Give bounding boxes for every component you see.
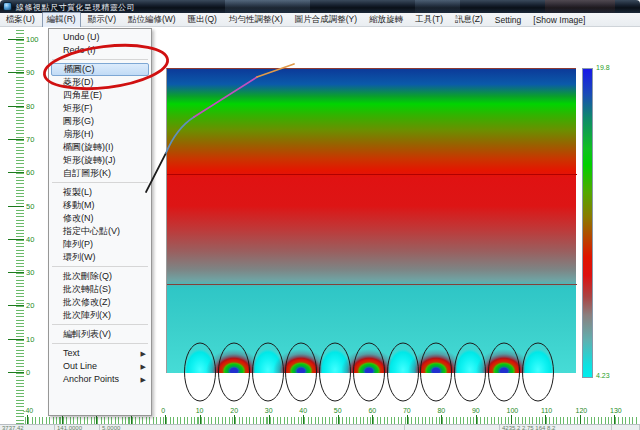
menubar-item-menu-tools[interactable]: 工具(T) (410, 12, 448, 28)
reference-line (167, 174, 577, 175)
ruler-label: 20 (230, 407, 238, 414)
ruler-major-tick (8, 372, 24, 373)
menubar-item-menu-image-compose[interactable]: 圖片合成調整(Y) (290, 12, 362, 28)
ruler-label: 70 (403, 407, 411, 414)
menubar-item-menu-edit[interactable]: 編輯(R) (42, 12, 81, 28)
submenu-arrow-icon: ▶ (141, 373, 146, 386)
menu-separator (52, 324, 148, 325)
ruler-major-tick (8, 305, 24, 306)
status-cell: 4235.2 2.75 164 8.2 (500, 425, 612, 430)
menu-item-text[interactable]: Text▶ (49, 347, 151, 360)
reference-line (167, 284, 577, 285)
ruler-label: 90 (26, 68, 34, 77)
ruler-label: 0 (26, 368, 30, 377)
titlebar-glass-highlight (545, 0, 615, 13)
ruler-major-tick (8, 172, 24, 173)
ruler-major-tick (8, 139, 24, 140)
ruler-label: 10 (26, 335, 34, 344)
menubar-item-menu-uniformity[interactable]: 均勻性調整(X) (224, 12, 288, 28)
menu-separator (52, 59, 148, 60)
ruler-label: 70 (26, 135, 34, 144)
menu-item-fan[interactable]: 扇形(H) (49, 128, 151, 141)
ruler-major-tick (8, 106, 24, 107)
menu-item-ring-array[interactable]: 環列(W) (49, 251, 151, 264)
menu-item-outline[interactable]: Out Line▶ (49, 360, 151, 373)
ruler-major-tick (8, 239, 24, 240)
app-window: 線條視點尺寸質化呈現精靈公司 檔案(U)編輯(R)顯示(V)點位編修(W)匯出(… (0, 0, 640, 430)
vertical-ruler (16, 30, 24, 425)
menu-item-ellipse-rotate[interactable]: 橢圓(旋轉)(I) (49, 141, 151, 154)
ruler-label: 110 (541, 407, 552, 414)
menubar-item-menu-setting[interactable]: Setting (490, 13, 526, 27)
menubar-item-menu-point-edit[interactable]: 點位編修(W) (123, 12, 181, 28)
status-cell: 3737.42 (0, 425, 55, 430)
menu-separator (52, 182, 148, 183)
menu-item-batch-array[interactable]: 批次陣列(X) (49, 309, 151, 322)
colorbar-max-label: 19.8 (596, 64, 610, 71)
menu-item-array[interactable]: 陣列(P) (49, 238, 151, 251)
menu-item-set-center[interactable]: 指定中心點(V) (49, 225, 151, 238)
menu-item-circle[interactable]: 圓形(G) (49, 115, 151, 128)
menu-item-rectangle[interactable]: 矩形(F) (49, 102, 151, 115)
menubar-item-menu-zoom-rotate[interactable]: 縮放旋轉 (364, 12, 408, 28)
menu-item-batch-delete[interactable]: 批次刪除(Q) (49, 270, 151, 283)
menubar-item-menu-export[interactable]: 匯出(Q) (183, 12, 222, 28)
ruler-label: 80 (26, 102, 34, 111)
menu-item-anchor-points[interactable]: Anchor Points▶ (49, 373, 151, 386)
menubar-item-menu-file[interactable]: 檔案(U) (1, 12, 40, 28)
menu-item-batch-modify[interactable]: 批次修改(Z) (49, 296, 151, 309)
ruler-label: 0 (161, 407, 165, 414)
status-bar: 3737.42141.00005.00004235.2 2.75 164 8.2 (0, 424, 640, 430)
menu-separator (52, 266, 148, 267)
ruler-label: 10 (196, 407, 204, 414)
menubar-item-menu-message[interactable]: 訊息(Z) (450, 12, 488, 28)
menu-item-batch-paste[interactable]: 批次轉貼(S) (49, 283, 151, 296)
ruler-label: 30 (26, 268, 34, 277)
status-cell (405, 425, 500, 430)
status-cell: 141.0000 (55, 425, 100, 430)
submenu-arrow-icon: ▶ (141, 347, 146, 360)
menu-item-move[interactable]: 移動(M) (49, 199, 151, 212)
menu-item-four-star[interactable]: 四角星(E) (49, 89, 151, 102)
app-icon (3, 2, 12, 11)
menu-item-diamond[interactable]: 菱形(D) (49, 76, 151, 89)
ruler-major-tick (8, 206, 24, 207)
heatmap-canvas[interactable] (166, 68, 576, 373)
menu-item-edit-list[interactable]: 編輯列表(V) (49, 328, 151, 341)
ruler-major-tick (8, 72, 24, 73)
menu-bar: 檔案(U)編輯(R)顯示(V)點位編修(W)匯出(Q)均勻性調整(X)圖片合成調… (0, 13, 640, 27)
edit-dropdown-menu: Undo (U)Redo (I)橢圓(C)菱形(D)四角星(E)矩形(F)圓形(… (48, 28, 152, 416)
ruler-label: 40 (26, 235, 34, 244)
ruler-label: 80 (437, 407, 445, 414)
menubar-item-menu-show-image[interactable]: [Show Image] (528, 13, 590, 27)
ruler-label: 40 (299, 407, 307, 414)
menu-item-rect-rotate[interactable]: 矩形(旋轉)(J) (49, 154, 151, 167)
ruler-major-tick (8, 339, 24, 340)
ruler-label: 50 (26, 202, 34, 211)
ruler-label: 100 (26, 35, 39, 44)
status-cell (612, 425, 640, 430)
ruler-label: 20 (26, 301, 34, 310)
menu-item-redo[interactable]: Redo (I) (49, 44, 151, 57)
menu-item-custom-shape[interactable]: 自訂圖形(K) (49, 167, 151, 180)
ruler-label: 120 (576, 407, 588, 414)
client-area: 19.8 4.23 1009080706050403020100 -40-30-… (0, 27, 640, 430)
ruler-label: 30 (265, 407, 273, 414)
menu-item-copy[interactable]: 複製(L) (49, 186, 151, 199)
status-cell: 5.0000 (100, 425, 405, 430)
ruler-label: 60 (368, 407, 376, 414)
menu-separator (52, 343, 148, 344)
ruler-major-tick (8, 272, 24, 273)
menu-item-undo[interactable]: Undo (U) (49, 31, 151, 44)
ruler-label: 60 (26, 168, 34, 177)
colorbar-min-label: 4.23 (596, 372, 610, 379)
ruler-label: 90 (472, 407, 480, 414)
menu-item-modify[interactable]: 修改(N) (49, 212, 151, 225)
colorbar (582, 68, 593, 378)
submenu-arrow-icon: ▶ (141, 360, 146, 373)
menubar-item-menu-view[interactable]: 顯示(V) (83, 12, 121, 28)
menu-item-ellipse[interactable]: 橢圓(C) (51, 63, 149, 76)
ruler-label: 50 (334, 407, 342, 414)
ruler-label: 100 (507, 407, 519, 414)
ruler-label: -40 (23, 407, 33, 414)
